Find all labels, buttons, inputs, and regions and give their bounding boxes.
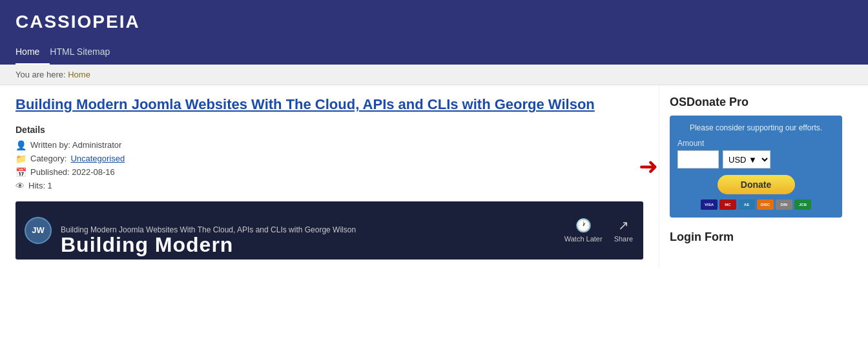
watch-later-icon: 🕐 [575, 218, 592, 233]
content-wrapper: Building Modern Joomla Websites With The… [0, 85, 868, 270]
nav-item-sitemap[interactable]: HTML Sitemap [50, 41, 120, 65]
share-label: Share [614, 235, 633, 243]
meta-hits: 👁 Hits: 1 [16, 181, 643, 191]
diners-icon: DIN [776, 199, 792, 210]
published-text: Published: 2022-08-16 [30, 167, 115, 177]
breadcrumb: You are here: Home [0, 65, 868, 85]
main-content: Building Modern Joomla Websites With The… [0, 85, 659, 270]
meta-published: 📅 Published: 2022-08-16 [16, 167, 643, 178]
login-form-module: Login Form [670, 230, 842, 244]
support-text: Please consider supporting our efforts. [677, 123, 834, 132]
arrow-indicator: ➜ [639, 153, 862, 180]
meta-author: 👤 Written by: Administrator [16, 140, 643, 150]
author-icon: 👤 [16, 140, 26, 150]
details-label: Details [16, 125, 643, 135]
channel-icon-text: JW [32, 225, 45, 235]
login-form-title: Login Form [670, 230, 842, 244]
donate-module-title: OSDonate Pro [670, 96, 842, 109]
amex-icon: AE [738, 199, 755, 210]
visa-icon: VISA [701, 199, 718, 210]
category-link[interactable]: Uncategorised [70, 154, 125, 163]
mastercard-icon: MC [719, 199, 736, 210]
site-title: CASSIOPEIA [16, 12, 852, 32]
breadcrumb-prefix: You are here: [16, 70, 66, 79]
watch-later-label: Watch Later [564, 235, 603, 243]
meta-category: 📁 Category: Uncategorised [16, 154, 643, 164]
video-big-title: Building Modern [61, 233, 514, 257]
jcb-icon: JCB [794, 199, 811, 210]
video-thumbnail[interactable]: JW Building Modern Joomla Websites With … [16, 201, 643, 260]
category-label: Category: [30, 154, 67, 163]
amount-label: Amount [677, 139, 834, 148]
site-header: CASSIOPEIA Home HTML Sitemap [0, 0, 868, 65]
channel-icon: JW [25, 217, 52, 244]
category-icon: 📁 [16, 154, 26, 164]
donate-box: ➜ Please consider supporting our efforts… [670, 116, 842, 218]
article-title[interactable]: Building Modern Joomla Websites With The… [16, 96, 643, 114]
nav-bar: Home HTML Sitemap [16, 41, 852, 65]
author-text: Written by: Administrator [30, 140, 121, 150]
share-icon: ↗ [618, 218, 629, 233]
hits-icon: 👁 [16, 181, 25, 191]
watch-later-btn[interactable]: 🕐 Watch Later [564, 218, 603, 243]
share-btn[interactable]: ↗ Share [614, 218, 633, 243]
sidebar: OSDonate Pro ➜ Please consider supportin… [659, 85, 852, 267]
nav-item-home[interactable]: Home [16, 41, 50, 65]
hits-text: Hits: 1 [28, 181, 52, 190]
breadcrumb-home[interactable]: Home [68, 70, 90, 79]
meta-list: 👤 Written by: Administrator 📁 Category: … [16, 140, 643, 191]
payment-icons: VISA MC AE DISC DIN JCB [677, 199, 834, 210]
published-icon: 📅 [16, 167, 26, 178]
donate-module: OSDonate Pro ➜ Please consider supportin… [670, 96, 842, 218]
video-actions: 🕐 Watch Later ↗ Share [564, 218, 633, 243]
discover-icon: DISC [757, 199, 774, 210]
